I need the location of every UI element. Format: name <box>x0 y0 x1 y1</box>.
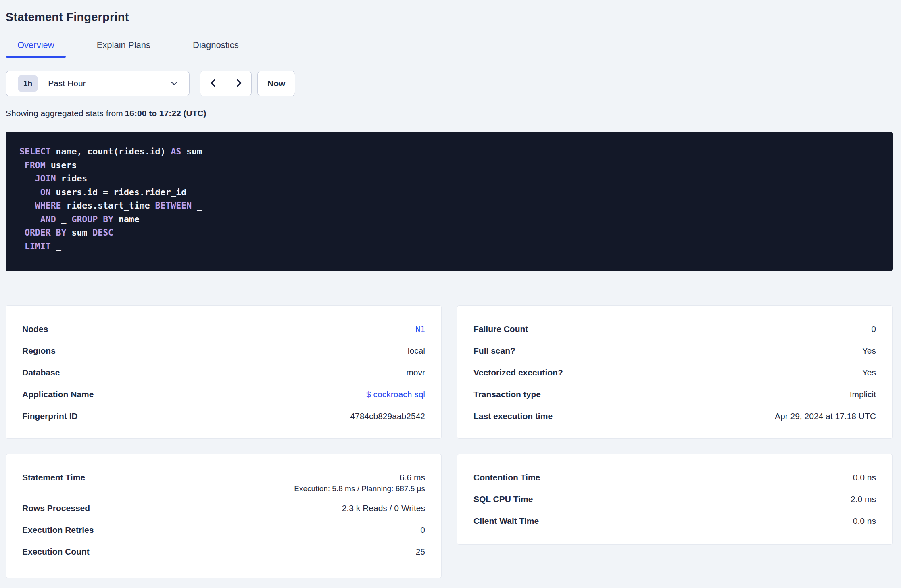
row-label: Rows Processed <box>22 497 90 519</box>
row-value-text: 2.3 k Reads / 0 Writes <box>342 497 425 519</box>
sql-line: ORDER BY sum DESC <box>19 226 879 240</box>
sql-line: AND _ GROUP BY name <box>19 213 879 226</box>
row-label: Last execution time <box>473 405 553 427</box>
row-value: 0.0 ns <box>853 510 876 532</box>
row-value: 6.6 msExecution: 5.8 ms / Planning: 687.… <box>294 467 425 497</box>
row-value: Implicit <box>850 384 876 405</box>
summary-cards: NodesN1RegionslocalDatabasemovrApplicati… <box>6 305 893 578</box>
row-value: $ cockroach sql <box>366 384 425 405</box>
row-label: Contention Time <box>473 467 540 488</box>
sql-line: SELECT name, count(rides.id) AS sum <box>19 145 879 158</box>
row-value-text: Yes <box>862 340 876 362</box>
card-row: Transaction typeImplicit <box>473 384 876 405</box>
row-value-text: Implicit <box>850 384 876 405</box>
row-label: Execution Retries <box>22 519 94 541</box>
row-subtext: Execution: 5.8 ms / Planning: 687.5 µs <box>294 484 425 493</box>
row-value: 0.0 ns <box>853 467 876 488</box>
statement-fingerprint-page: Statement Fingerprint OverviewExplain Pl… <box>0 0 901 578</box>
stats-line-range: 16:00 to 17:22 (UTC) <box>125 108 206 118</box>
wait-time-card: Contention Time0.0 nsSQL CPU Time2.0 msC… <box>457 454 893 545</box>
row-value-text: 0.0 ns <box>853 467 876 488</box>
execution-attributes-card: Failure Count0Full scan?YesVectorized ex… <box>457 305 893 439</box>
time-range-badge: 1h <box>18 75 38 92</box>
card-row: Client Wait Time0.0 ns <box>473 510 876 532</box>
tabs: OverviewExplain PlansDiagnostics <box>6 37 893 57</box>
row-label: Transaction type <box>473 384 541 405</box>
statement-details-card: NodesN1RegionslocalDatabasemovrApplicati… <box>6 305 442 439</box>
row-value-text: 0 <box>420 519 425 541</box>
time-controls: 1h Past Hour Now <box>6 71 893 96</box>
row-label: Nodes <box>22 318 48 340</box>
aggregated-stats-line: Showing aggregated stats from16:00 to 17… <box>6 108 893 118</box>
card-row: Databasemovr <box>22 362 425 384</box>
row-value: local <box>408 340 425 362</box>
row-value-text: movr <box>406 362 425 384</box>
row-label: Failure Count <box>473 318 528 340</box>
row-label: SQL CPU Time <box>473 488 533 510</box>
row-value-text: local <box>408 340 425 362</box>
card-row: Full scan?Yes <box>473 340 876 362</box>
chevron-down-icon <box>169 78 179 89</box>
row-value-text: 0 <box>871 318 876 340</box>
time-range-dropdown[interactable]: 1h Past Hour <box>6 71 190 96</box>
row-value: Apr 29, 2024 at 17:18 UTC <box>775 405 876 427</box>
row-value: Yes <box>862 340 876 362</box>
statement-performance-card: Statement Time6.6 msExecution: 5.8 ms / … <box>6 454 442 578</box>
card-row: Fingerprint ID4784cb829aab2542 <box>22 405 425 427</box>
card-row: Last execution timeApr 29, 2024 at 17:18… <box>473 405 876 427</box>
row-label: Database <box>22 362 60 384</box>
row-value-link[interactable]: $ cockroach sql <box>366 384 425 405</box>
card-row: Rows Processed2.3 k Reads / 0 Writes <box>22 497 425 519</box>
chevron-left-icon <box>208 78 219 90</box>
row-value: movr <box>406 362 425 384</box>
page-title: Statement Fingerprint <box>6 10 893 24</box>
card-row: Statement Time6.6 msExecution: 5.8 ms / … <box>22 467 425 497</box>
tab-overview[interactable]: Overview <box>6 37 66 57</box>
sql-line: FROM users <box>19 158 879 172</box>
row-value-link[interactable]: N1 <box>415 318 425 340</box>
row-value-text: 2.0 ms <box>851 488 876 510</box>
row-value: N1 <box>415 318 425 340</box>
card-row: Contention Time0.0 ns <box>473 467 876 488</box>
card-row: SQL CPU Time2.0 ms <box>473 488 876 510</box>
row-value-text: Yes <box>862 362 876 384</box>
card-row: Regionslocal <box>22 340 425 362</box>
row-label: Application Name <box>22 384 94 405</box>
card-row: Execution Count25 <box>22 541 425 563</box>
sql-statement-box: SELECT name, count(rides.id) AS sum FROM… <box>6 132 893 271</box>
row-value: 0 <box>420 519 425 541</box>
row-value: 2.3 k Reads / 0 Writes <box>342 497 425 519</box>
card-row: Vectorized execution?Yes <box>473 362 876 384</box>
row-label: Vectorized execution? <box>473 362 563 384</box>
stats-line-prefix: Showing aggregated stats from <box>6 108 123 118</box>
row-value-text: 25 <box>416 541 425 563</box>
previous-time-button[interactable] <box>200 71 226 96</box>
row-label: Regions <box>22 340 56 362</box>
row-value: 0 <box>871 318 876 340</box>
row-value: Yes <box>862 362 876 384</box>
card-row: Failure Count0 <box>473 318 876 340</box>
sql-code: SELECT name, count(rides.id) AS sum FROM… <box>19 145 879 253</box>
now-button[interactable]: Now <box>257 71 295 96</box>
sql-line: LIMIT _ <box>19 240 879 253</box>
card-row: NodesN1 <box>22 318 425 340</box>
next-time-button[interactable] <box>226 71 251 96</box>
row-label: Client Wait Time <box>473 510 539 532</box>
time-step-buttons <box>200 71 252 96</box>
row-value-text: 0.0 ns <box>853 510 876 532</box>
card-row: Execution Retries0 <box>22 519 425 541</box>
card-row: Application Name$ cockroach sql <box>22 384 425 405</box>
row-value: 2.0 ms <box>851 488 876 510</box>
time-range-label: Past Hour <box>48 79 86 88</box>
row-value: 4784cb829aab2542 <box>350 405 425 427</box>
tab-diagnostics[interactable]: Diagnostics <box>181 37 250 57</box>
row-label: Execution Count <box>22 541 90 563</box>
sql-line: JOIN rides <box>19 172 879 186</box>
chevron-right-icon <box>234 78 244 90</box>
row-label: Statement Time <box>22 467 85 488</box>
row-value-text: Apr 29, 2024 at 17:18 UTC <box>775 405 876 427</box>
tab-explain-plans[interactable]: Explain Plans <box>86 37 162 57</box>
row-label: Full scan? <box>473 340 515 362</box>
row-value: 25 <box>416 541 425 563</box>
row-value-text: 4784cb829aab2542 <box>350 405 425 427</box>
